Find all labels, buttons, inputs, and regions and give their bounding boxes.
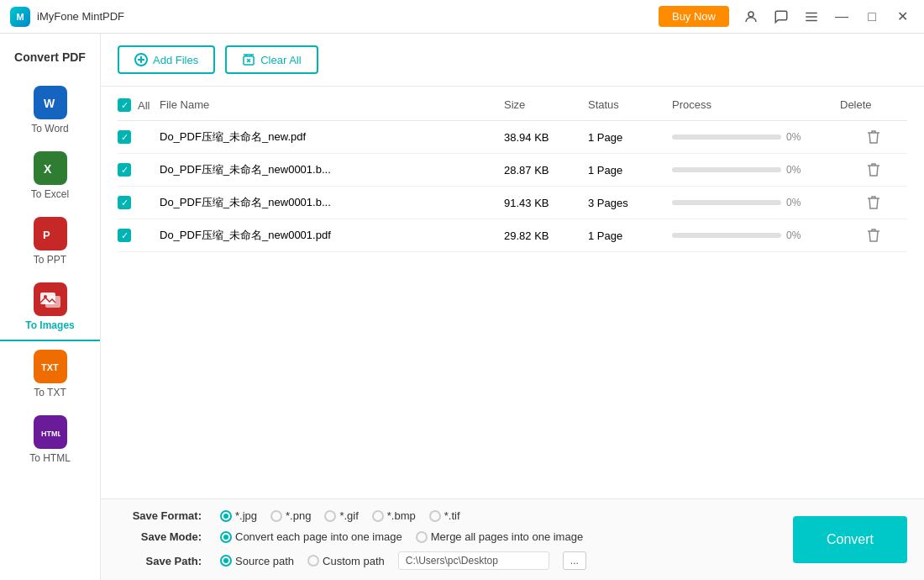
mode-each-page-radio[interactable]: [220, 531, 232, 543]
file-table: All File Name Size Status Process Delete…: [101, 87, 924, 498]
svg-text:X: X: [44, 162, 52, 176]
svg-point-0: [748, 12, 753, 17]
clear-all-button[interactable]: Clear All: [225, 45, 318, 74]
browse-path-button[interactable]: ...: [563, 551, 586, 570]
add-files-button[interactable]: Add Files: [118, 45, 215, 74]
sidebar-item-to-txt[interactable]: TXT To TXT: [0, 341, 100, 407]
app-title: iMyFone MintPDF: [37, 10, 659, 23]
row-3-progress-label: 0%: [786, 197, 801, 208]
settings-area: Save Format: *.jpg *.png: [118, 509, 776, 570]
row-1-filename: Do_PDF压缩_未命名_new.pdf: [160, 129, 504, 145]
svg-text:HTML: HTML: [41, 430, 60, 438]
path-custom-label: Custom path: [323, 555, 385, 567]
row-4-size: 29.82 KB: [504, 229, 588, 242]
save-mode-row: Save Mode: Convert each page into one im…: [118, 530, 776, 543]
sidebar-label-to-word: To Word: [31, 123, 68, 134]
mode-merge-all-radio[interactable]: [416, 531, 428, 543]
row-2-progress-container: 0%: [672, 164, 840, 176]
format-bmp-label: *.bmp: [387, 509, 416, 522]
format-radio-group: *.jpg *.png *.gif: [220, 509, 776, 522]
header-process: Process: [672, 98, 840, 112]
sidebar-item-to-images[interactable]: To Images: [0, 274, 100, 341]
titlebar: M iMyFone MintPDF Buy Now — □ ✕: [0, 0, 924, 34]
sidebar-item-to-word[interactable]: W To Word: [0, 77, 100, 143]
maximize-button[interactable]: □: [860, 5, 884, 29]
svg-text:P: P: [43, 229, 50, 241]
message-icon[interactable]: [769, 5, 793, 29]
row-2-progress-label: 0%: [786, 164, 801, 176]
path-custom-option[interactable]: Custom path: [307, 555, 385, 567]
row-1-status: 1 Page: [588, 131, 672, 144]
row-2-delete-button[interactable]: [840, 162, 907, 177]
row-3-checkbox[interactable]: [118, 196, 131, 209]
sidebar-item-to-ppt[interactable]: P To PPT: [0, 208, 100, 274]
format-jpg-option[interactable]: *.jpg: [220, 509, 257, 522]
format-png-label: *.png: [286, 509, 311, 522]
mode-each-page-option[interactable]: Convert each page into one image: [220, 530, 402, 543]
format-tif-radio[interactable]: [429, 510, 441, 522]
row-4-progress-container: 0%: [672, 229, 840, 241]
row-2-status: 1 Page: [588, 164, 672, 177]
sidebar-item-to-excel[interactable]: X To Excel: [0, 143, 100, 208]
save-path-input[interactable]: [398, 551, 549, 570]
select-all-checkbox[interactable]: [118, 98, 131, 112]
path-source-option[interactable]: Source path: [220, 555, 294, 567]
save-format-row: Save Format: *.jpg *.png: [118, 509, 776, 522]
row-1-checkbox[interactable]: [118, 130, 131, 144]
row-4-progress-bar: [672, 233, 781, 238]
row-1-progress-label: 0%: [786, 131, 801, 143]
path-source-radio[interactable]: [220, 555, 232, 567]
row-4-progress-label: 0%: [786, 229, 801, 241]
row-1-progress-container: 0%: [672, 131, 840, 143]
path-custom-radio[interactable]: [307, 555, 319, 567]
row-1-size: 38.94 KB: [504, 131, 588, 144]
ppt-icon: P: [34, 217, 67, 250]
mode-each-page-label: Convert each page into one image: [235, 530, 402, 543]
table-row: Do_PDF压缩_未命名_new.pdf 38.94 KB 1 Page 0%: [118, 121, 907, 154]
main-layout: Convert PDF W To Word X To Excel P To PP…: [0, 34, 924, 580]
images-icon: [34, 282, 67, 316]
path-source-label: Source path: [235, 555, 294, 567]
user-icon[interactable]: [739, 5, 763, 29]
menu-icon[interactable]: [800, 5, 823, 29]
format-bmp-radio[interactable]: [372, 510, 384, 522]
sidebar-label-to-txt: To TXT: [34, 387, 66, 398]
mode-merge-all-option[interactable]: Merge all pages into one image: [416, 530, 583, 543]
row-3-delete-button[interactable]: [840, 195, 907, 210]
app-logo: M: [10, 7, 30, 27]
row-4-checkbox[interactable]: [118, 229, 131, 242]
sidebar-label-to-ppt: To PPT: [34, 254, 66, 266]
sidebar-label-to-excel: To Excel: [31, 188, 69, 200]
toolbar: Add Files Clear All: [101, 34, 924, 87]
row-4-delete-button[interactable]: [840, 228, 907, 243]
format-gif-option[interactable]: *.gif: [324, 509, 358, 522]
add-icon: [134, 53, 148, 66]
close-button[interactable]: ✕: [890, 5, 914, 29]
mode-merge-all-label: Merge all pages into one image: [431, 530, 583, 543]
format-png-option[interactable]: *.png: [270, 509, 311, 522]
format-png-radio[interactable]: [270, 510, 282, 522]
row-3-progress-container: 0%: [672, 197, 840, 208]
row-2-progress-bar: [672, 167, 781, 172]
format-bmp-option[interactable]: *.bmp: [372, 509, 416, 522]
table-row: Do_PDF压缩_未命名_new0001.pdf 29.82 KB 1 Page…: [118, 219, 907, 252]
table-row: Do_PDF压缩_未命名_new0001.b... 28.87 KB 1 Pag…: [118, 154, 907, 187]
minimize-button[interactable]: —: [830, 5, 853, 29]
save-path-row: Save Path: Source path Custom path: [118, 551, 776, 570]
svg-text:W: W: [44, 97, 55, 110]
format-jpg-radio[interactable]: [220, 510, 232, 522]
html-icon: HTML: [34, 415, 67, 449]
sidebar-item-to-html[interactable]: HTML To HTML: [0, 407, 100, 472]
row-2-checkbox[interactable]: [118, 163, 131, 177]
header-all: All: [118, 98, 160, 112]
format-tif-label: *.tif: [444, 509, 460, 522]
format-tif-option[interactable]: *.tif: [429, 509, 460, 522]
format-gif-radio[interactable]: [324, 510, 336, 522]
buy-now-button[interactable]: Buy Now: [659, 6, 729, 27]
header-delete: Delete: [840, 98, 907, 112]
convert-button[interactable]: Convert: [793, 516, 907, 563]
sidebar-header: Convert PDF: [14, 42, 86, 77]
row-1-delete-button[interactable]: [840, 129, 907, 145]
header-all-label: All: [138, 99, 150, 112]
header-size: Size: [504, 98, 588, 112]
